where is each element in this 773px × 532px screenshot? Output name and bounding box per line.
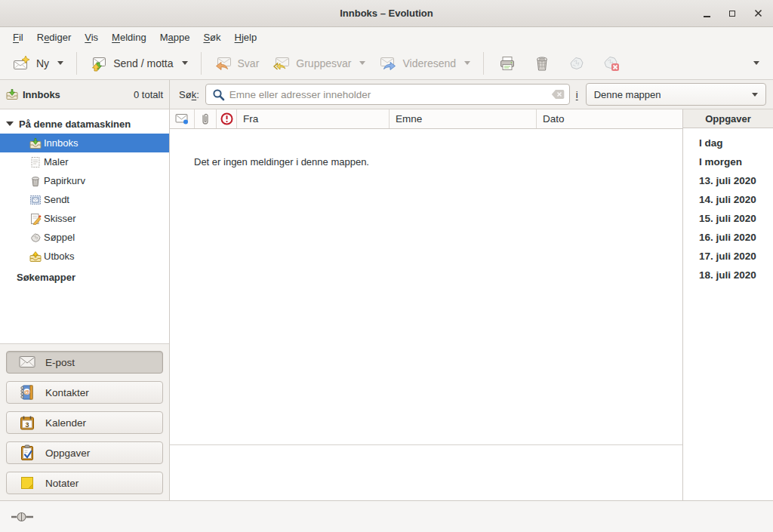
send-receive-icon — [90, 55, 108, 72]
menu-mappe[interactable]: Mappe — [153, 29, 197, 45]
svg-text:3: 3 — [25, 421, 29, 429]
column-from[interactable]: Fra — [237, 109, 390, 128]
tasks-panel-header: Oppgaver — [683, 109, 773, 128]
menu-rediger[interactable]: Rediger — [30, 29, 79, 45]
forward-button[interactable]: Videresend — [372, 51, 477, 75]
junk-button[interactable] — [562, 51, 592, 76]
reply-icon — [214, 55, 233, 72]
message-list-header: Fra Emne Dato — [170, 109, 682, 129]
sidebar-item-soppel[interactable]: Søppel — [0, 228, 169, 247]
message-list[interactable]: Det er ingen meldinger i denne mappen. — [170, 129, 682, 444]
sidebar-item-maler[interactable]: Maler — [0, 152, 169, 171]
current-folder-info: Innboks 0 totalt — [0, 80, 170, 109]
not-junk-icon — [602, 54, 621, 72]
clear-search-icon[interactable] — [551, 89, 565, 100]
new-message-button[interactable]: Ny — [6, 51, 70, 75]
folder-sidebar: På denne datamaskinen Innboks Maler — [0, 109, 170, 500]
search-icon — [212, 88, 225, 101]
column-date[interactable]: Dato — [537, 109, 682, 128]
task-group-date[interactable]: 18. juli 2020 — [683, 266, 773, 284]
view-switcher: E-post @ Kontakter — [0, 343, 169, 502]
status-bar — [0, 500, 773, 532]
toolbar-separator — [201, 52, 202, 75]
task-group-today[interactable]: I dag — [683, 134, 773, 152]
sidebar-item-utboks[interactable]: Utboks — [0, 247, 169, 266]
menubar: Fil Rediger Vis Melding Mappe Søk Hjelp — [0, 27, 773, 47]
menu-fil[interactable]: Fil — [6, 29, 30, 45]
not-junk-button[interactable] — [596, 51, 627, 76]
search-row: Innboks 0 totalt Søk: i Denne mappen — [0, 80, 773, 109]
send-receive-button[interactable]: Send / motta — [83, 51, 194, 75]
sidebar-item-innboks[interactable]: Innboks — [0, 134, 169, 152]
menu-melding[interactable]: Melding — [105, 29, 153, 45]
folder-tree: På denne datamaskinen Innboks Maler — [0, 109, 169, 343]
sidebar-item-skisser[interactable]: Skisser — [0, 209, 169, 228]
svg-text:@: @ — [23, 389, 29, 395]
toolbar: Ny Send / motta Svar — [0, 47, 773, 80]
delete-button[interactable] — [527, 51, 557, 76]
search-entry — [205, 84, 570, 105]
new-dropdown-arrow-icon — [57, 61, 63, 65]
toolbar-overflow-button[interactable] — [743, 58, 767, 68]
tree-root-on-this-computer[interactable]: På denne datamaskinen — [0, 114, 169, 134]
switcher-kalender[interactable]: 3 Kalender — [6, 411, 163, 434]
priority-icon — [220, 112, 233, 125]
task-group-date[interactable]: 17. juli 2020 — [683, 247, 773, 266]
forward-dropdown-arrow-icon — [464, 61, 470, 65]
contacts-icon: @ — [19, 384, 35, 401]
sidebar-item-papirkurv[interactable]: Papirkurv — [0, 171, 169, 190]
tasks-list: I dag I morgen 13. juli 2020 14. juli 20… — [683, 128, 773, 284]
switcher-notater[interactable]: Notater — [6, 472, 163, 494]
preview-pane — [170, 444, 682, 500]
task-group-tomorrow[interactable]: I morgen — [683, 152, 773, 171]
tasks-icon — [19, 444, 35, 461]
column-status[interactable] — [170, 109, 195, 128]
column-attachment[interactable] — [195, 109, 217, 128]
inbox-icon — [6, 88, 18, 100]
print-button[interactable] — [492, 51, 522, 76]
empty-folder-message: Det er ingen meldinger i denne mappen. — [194, 156, 369, 168]
tree-root-sokemapper[interactable]: Søkemapper — [0, 267, 169, 287]
toolbar-separator — [483, 52, 484, 75]
search-input[interactable] — [229, 89, 547, 100]
trash-icon — [29, 175, 42, 187]
menu-sok[interactable]: Søk — [196, 29, 227, 45]
column-subject[interactable]: Emne — [390, 109, 537, 128]
column-priority[interactable] — [217, 109, 237, 128]
titlebar: Innboks – Evolution — [0, 0, 773, 27]
new-mail-icon — [13, 55, 31, 72]
drafts-icon — [29, 213, 42, 225]
evolution-window: Innboks – Evolution Fil Rediger Vis Meld… — [0, 0, 773, 532]
expander-icon[interactable] — [6, 121, 14, 126]
maximize-button[interactable] — [723, 5, 741, 23]
task-group-date[interactable]: 15. juli 2020 — [683, 209, 773, 228]
sidebar-item-sendt[interactable]: Sendt — [0, 190, 169, 209]
menu-vis[interactable]: Vis — [78, 29, 105, 45]
search-scope-combo[interactable]: Denne mappen — [586, 83, 766, 106]
trash-icon — [533, 54, 551, 72]
window-title: Innboks – Evolution — [340, 8, 433, 19]
notes-icon — [19, 475, 35, 491]
switcher-kontakter[interactable]: @ Kontakter — [6, 381, 163, 404]
search-controls: Søk: i Denne mappen — [170, 80, 773, 109]
group-reply-button[interactable]: Gruppesvar — [266, 51, 372, 75]
menu-hjelp[interactable]: Hjelp — [228, 29, 264, 45]
group-reply-dropdown-arrow-icon — [359, 61, 365, 65]
templates-icon — [29, 156, 42, 168]
inbox-icon — [29, 137, 42, 149]
switcher-epost[interactable]: E-post — [6, 351, 163, 374]
search-in-label: i — [576, 89, 578, 100]
task-group-date[interactable]: 13. juli 2020 — [683, 171, 773, 190]
close-button[interactable] — [749, 5, 767, 23]
search-scope-value: Denne mappen — [594, 89, 661, 100]
reply-button[interactable]: Svar — [208, 51, 266, 75]
main-content: På denne datamaskinen Innboks Maler — [0, 109, 773, 500]
forward-icon — [379, 55, 397, 72]
task-group-date[interactable]: 16. juli 2020 — [683, 228, 773, 247]
folder-total-count: 0 totalt — [134, 89, 163, 100]
switcher-oppgaver[interactable]: Oppgaver — [6, 441, 163, 464]
minimize-button[interactable] — [698, 5, 716, 23]
window-controls — [698, 0, 767, 26]
task-group-date[interactable]: 14. juli 2020 — [683, 190, 773, 209]
outbox-icon — [29, 251, 42, 263]
